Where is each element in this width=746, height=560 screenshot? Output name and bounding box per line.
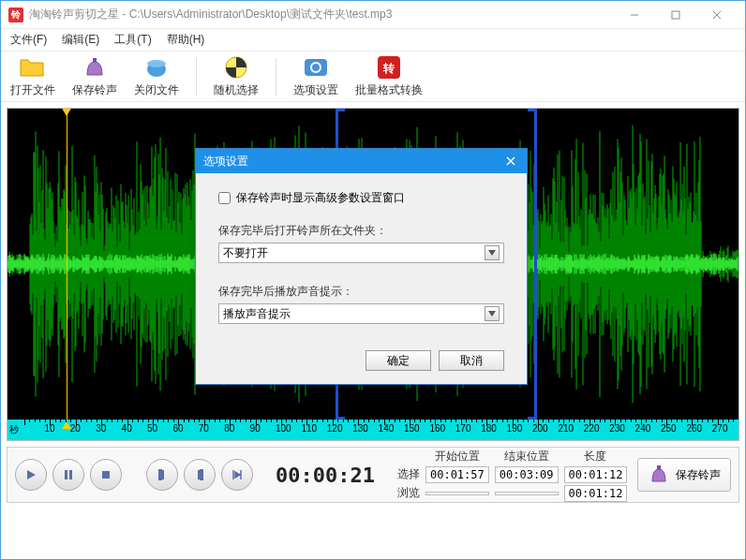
svg-rect-1 — [672, 11, 679, 19]
random-icon — [221, 54, 251, 81]
close-file-button[interactable]: 关闭文件 — [134, 54, 179, 98]
play-sound-label: 保存完毕后播放声音提示： — [218, 284, 504, 300]
svg-rect-8 — [305, 59, 327, 76]
menubar: 文件(F) 编辑(E) 工具(T) 帮助(H) — [1, 29, 745, 52]
col-length: 长度 — [564, 449, 628, 464]
ruler-tick-label: 250 — [661, 423, 677, 434]
mark-end-button[interactable] — [184, 459, 216, 491]
divider — [276, 58, 276, 96]
play-button[interactable] — [15, 459, 47, 491]
open-file-button[interactable]: 打开文件 — [10, 54, 55, 98]
ruler-tick-label: 170 — [455, 423, 471, 434]
ruler-tick-label: 140 — [379, 423, 395, 434]
playhead-marker[interactable] — [61, 109, 72, 116]
row-view: 浏览 — [397, 485, 420, 501]
view-end-value — [495, 492, 559, 495]
ruler-unit: 秒 — [9, 423, 19, 436]
close-file-icon — [142, 54, 172, 81]
ruler-tick-label: 70 — [199, 423, 209, 434]
ruler-tick-label: 100 — [276, 423, 291, 434]
ruler-tick-label: 210 — [558, 423, 574, 434]
chevron-down-icon — [485, 245, 500, 260]
ruler-tick-label: 160 — [429, 423, 445, 434]
svg-text:转: 转 — [382, 62, 395, 75]
ruler-tick-label: 230 — [609, 423, 625, 434]
stop-button[interactable] — [90, 459, 122, 491]
sel-start-value: 00:01:57 — [425, 466, 489, 483]
ruler-tick-label: 90 — [250, 423, 261, 434]
batch-convert-label: 批量格式转换 — [355, 82, 423, 98]
ruler-tick-label: 130 — [352, 423, 368, 434]
ruler-tick-label: 220 — [584, 423, 600, 434]
ringtone-icon — [80, 54, 110, 81]
ringtone-icon — [648, 464, 670, 485]
ruler-tick-label: 20 — [70, 423, 81, 434]
window-title: 淘淘铃声剪切之星 - C:\Users\Administrator\Deskto… — [29, 7, 614, 22]
maximize-button[interactable] — [655, 2, 696, 28]
save-ringtone-button[interactable]: 保存铃声 — [72, 54, 117, 98]
selection-end-handle[interactable] — [528, 109, 537, 420]
ruler-tick-label: 200 — [532, 423, 548, 434]
menu-help[interactable]: 帮助(H) — [161, 30, 211, 50]
close-button[interactable] — [696, 2, 738, 28]
view-len-value: 00:01:12 — [564, 485, 628, 502]
ruler-tick-label: 190 — [507, 423, 523, 434]
dialog-title: 选项设置 — [203, 154, 248, 169]
row-selection: 选择 — [397, 466, 420, 482]
menu-tools[interactable]: 工具(T) — [109, 30, 157, 50]
dialog-titlebar[interactable]: 选项设置 — [196, 149, 527, 173]
svg-rect-13 — [69, 470, 72, 479]
ruler-tick-label: 60 — [172, 423, 183, 434]
ruler-tick-label: 270 — [712, 423, 728, 434]
close-file-label: 关闭文件 — [134, 82, 179, 98]
ruler-tick-label: 30 — [96, 423, 106, 434]
app-icon: 铃 — [8, 7, 23, 22]
mark-start-button[interactable] — [146, 459, 178, 491]
sel-len-value: 00:01:12 — [564, 466, 628, 483]
open-folder-select[interactable]: 不要打开 — [218, 243, 504, 263]
random-select-label: 随机选择 — [214, 82, 259, 98]
open-folder-value: 不要打开 — [223, 245, 268, 261]
ok-button[interactable]: 确定 — [366, 350, 431, 371]
transport-bar: 00:00:21 开始位置 结束位置 长度 选择 00:01:57 00:03:… — [7, 447, 739, 503]
batch-convert-button[interactable]: 转 批量格式转换 — [355, 54, 423, 98]
menu-edit[interactable]: 编辑(E) — [56, 30, 105, 50]
ruler-tick-label: 80 — [224, 423, 234, 434]
position-grid: 开始位置 结束位置 长度 选择 00:01:57 00:03:09 00:01:… — [397, 449, 627, 502]
folder-icon — [18, 54, 48, 81]
save-ringtone-main-label: 保存铃声 — [676, 467, 721, 483]
minimize-button[interactable] — [614, 2, 655, 28]
save-ringtone-label: 保存铃声 — [72, 82, 117, 98]
dialog-close-button[interactable] — [502, 153, 519, 169]
pause-button[interactable] — [52, 459, 84, 491]
options-dialog: 选项设置 保存铃声时显示高级参数设置窗口 保存完毕后打开铃声所在文件夹： 不要打… — [195, 148, 528, 385]
ruler-tick-label: 150 — [404, 423, 420, 434]
view-start-value — [425, 492, 489, 495]
cancel-button[interactable]: 取消 — [439, 350, 504, 371]
options-button[interactable]: 选项设置 — [293, 54, 338, 98]
svg-rect-15 — [657, 465, 661, 469]
col-end: 结束位置 — [495, 449, 559, 464]
time-ruler[interactable]: 秒 10203040506070809010011012013014015016… — [7, 420, 739, 440]
play-selection-button[interactable] — [221, 459, 253, 491]
advanced-params-label: 保存铃声时显示高级参数设置窗口 — [236, 190, 405, 206]
play-sound-select[interactable]: 播放声音提示 — [218, 303, 504, 324]
menu-file[interactable]: 文件(F) — [5, 30, 52, 50]
save-ringtone-main-button[interactable]: 保存铃声 — [637, 458, 731, 492]
chevron-down-icon — [485, 306, 500, 321]
svg-rect-4 — [93, 58, 97, 62]
advanced-params-checkbox[interactable]: 保存铃声时显示高级参数设置窗口 — [218, 190, 504, 206]
random-select-button[interactable]: 随机选择 — [214, 54, 259, 98]
svg-rect-12 — [65, 470, 67, 479]
time-display: 00:00:21 — [276, 464, 375, 487]
col-start: 开始位置 — [425, 449, 489, 464]
ruler-tick-label: 180 — [481, 423, 497, 434]
toolbar: 打开文件 保存铃声 关闭文件 随机选择 选项设置 转 批量格式转换 — [1, 52, 745, 102]
advanced-params-input[interactable] — [218, 192, 231, 204]
titlebar: 铃 淘淘铃声剪切之星 - C:\Users\Administrator\Desk… — [1, 1, 745, 29]
open-file-label: 打开文件 — [10, 82, 55, 98]
sel-end-value: 00:03:09 — [495, 466, 559, 483]
ruler-tick-label: 120 — [327, 423, 343, 434]
ruler-tick-label: 10 — [44, 423, 54, 434]
play-sound-value: 播放声音提示 — [223, 306, 291, 322]
